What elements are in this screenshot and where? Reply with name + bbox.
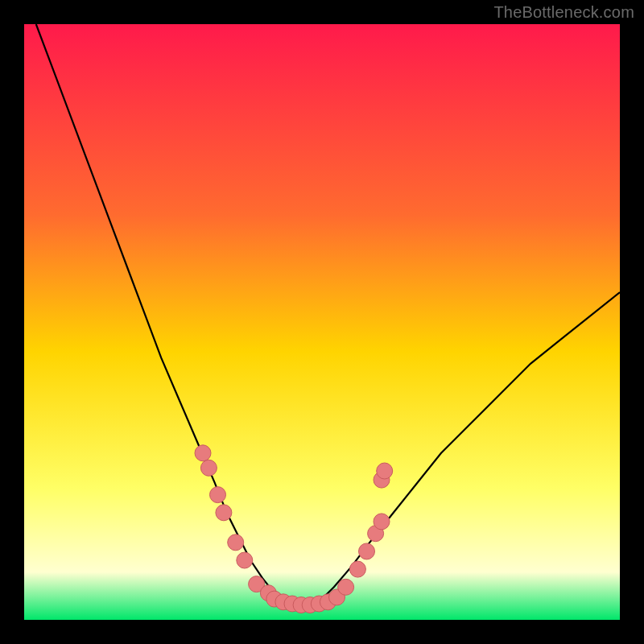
data-marker (200, 460, 217, 476)
watermark-text: TheBottleneck.com (493, 3, 634, 22)
data-marker (195, 445, 211, 461)
data-marker (228, 535, 244, 551)
data-marker (349, 561, 365, 577)
data-marker (359, 543, 375, 559)
data-marker (338, 579, 354, 595)
chart-svg (24, 24, 620, 620)
data-marker (377, 463, 393, 479)
chart-frame: TheBottleneck.com (0, 0, 644, 644)
gradient-bg (24, 24, 620, 620)
data-marker (374, 514, 390, 530)
data-marker (237, 552, 253, 568)
data-marker (210, 487, 226, 503)
data-marker (216, 505, 232, 521)
plot-area (24, 24, 620, 620)
